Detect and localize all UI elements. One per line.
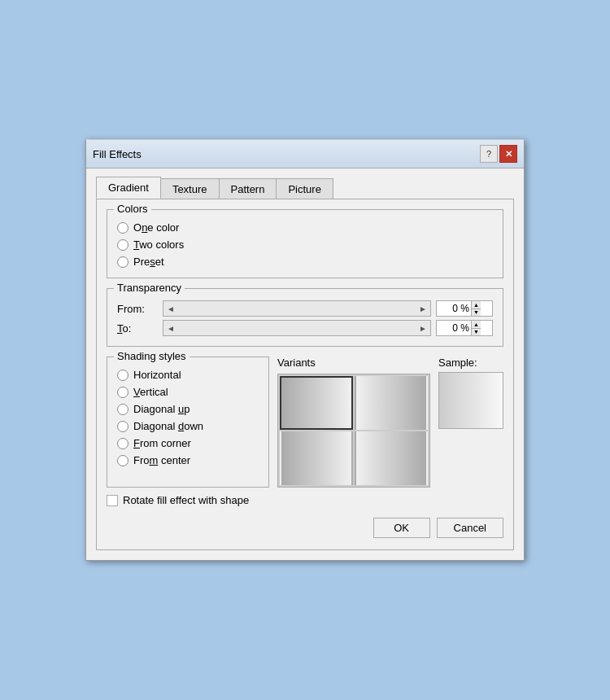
from-spinner-up[interactable]: ▲ <box>472 301 481 309</box>
radio-diagonal-down[interactable]: Diagonal down <box>117 420 259 432</box>
radio-horizontal[interactable]: Horizontal <box>117 369 259 381</box>
tab-picture[interactable]: Picture <box>276 178 333 200</box>
tab-gradient[interactable]: Gradient <box>96 177 161 199</box>
radio-diagonal-down-label: Diagonal down <box>133 420 203 432</box>
title-bar-buttons: ? ✕ <box>480 145 517 163</box>
from-spinner-input[interactable] <box>437 301 471 316</box>
radio-from-corner-circle <box>117 438 129 449</box>
tab-pattern[interactable]: Pattern <box>219 178 277 200</box>
to-slider-left-arrow[interactable]: ◄ <box>167 324 175 333</box>
radio-one-color[interactable]: One color <box>117 221 493 234</box>
to-spinner-up[interactable]: ▲ <box>472 321 481 329</box>
sample-preview <box>438 372 503 429</box>
ok-button[interactable]: OK <box>373 518 430 538</box>
radio-vertical-label: Vertical <box>133 386 168 398</box>
radio-preset-circle <box>117 256 129 268</box>
dialog-title: Fill Effects <box>93 148 142 160</box>
radio-from-corner-label: From corner <box>133 437 191 449</box>
radio-from-corner[interactable]: From corner <box>117 437 259 449</box>
radio-preset[interactable]: Preset <box>117 256 493 268</box>
from-slider[interactable]: ◄ ► <box>163 300 431 317</box>
to-spinner[interactable]: ▲ ▼ <box>436 320 493 336</box>
to-spinner-input[interactable] <box>437 321 471 335</box>
dialog-footer: OK Cancel <box>107 514 503 540</box>
radio-horizontal-circle <box>117 370 129 381</box>
variants-label: Variants <box>277 357 316 369</box>
colors-radio-group: One color Two colors Preset <box>117 221 493 268</box>
variants-grid <box>277 374 430 488</box>
to-label: To: <box>117 322 158 335</box>
variant-cell-2[interactable] <box>355 376 428 430</box>
from-spinner-arrows: ▲ ▼ <box>471 301 481 316</box>
radio-two-colors[interactable]: Two colors <box>117 238 493 251</box>
radio-from-center-label: From center <box>133 454 190 466</box>
dialog-content: Gradient Texture Pattern Picture Colors … <box>86 168 524 560</box>
tab-content-gradient: Colors One color Two colors Preset <box>96 199 514 550</box>
title-bar: Fill Effects ? ✕ <box>86 140 524 168</box>
transparency-to-row: To: ◄ ► ▲ ▼ <box>117 320 493 336</box>
radio-vertical[interactable]: Vertical <box>117 386 259 398</box>
from-spinner-down[interactable]: ▼ <box>472 309 481 317</box>
from-spinner[interactable]: ▲ ▼ <box>436 300 493 317</box>
cancel-button[interactable]: Cancel <box>437 518 503 538</box>
colors-group: Colors One color Two colors Preset <box>107 209 503 278</box>
tab-texture[interactable]: Texture <box>160 178 220 200</box>
to-slider-right-arrow[interactable]: ► <box>419 324 427 333</box>
radio-preset-label: Preset <box>133 256 164 268</box>
shading-radio-group: Horizontal Vertical Diagonal up Dia <box>117 369 259 466</box>
from-slider-left-arrow[interactable]: ◄ <box>167 304 175 313</box>
radio-diagonal-up-label: Diagonal up <box>133 403 190 415</box>
transparency-group: Transparency From: ◄ ► ▲ ▼ <box>107 288 503 347</box>
help-button[interactable]: ? <box>480 145 498 163</box>
tab-bar: Gradient Texture Pattern Picture <box>96 177 514 199</box>
to-spinner-down[interactable]: ▼ <box>472 329 481 336</box>
transparency-group-label: Transparency <box>114 282 185 294</box>
bottom-section: Shading styles Horizontal Vertical Di <box>107 357 503 488</box>
radio-diagonal-up-circle <box>117 404 129 415</box>
variant-cell-4[interactable] <box>355 431 428 485</box>
sample-label: Sample: <box>438 357 477 369</box>
radio-two-colors-label: Two colors <box>133 238 184 251</box>
rotate-checkbox-row[interactable]: Rotate fill effect with shape <box>107 494 503 506</box>
to-spinner-arrows: ▲ ▼ <box>471 321 481 335</box>
variant-cell-3[interactable] <box>280 431 353 485</box>
variant-cell-1[interactable] <box>280 376 353 430</box>
radio-vertical-circle <box>117 387 129 398</box>
radio-from-center[interactable]: From center <box>117 454 259 466</box>
rotate-checkbox[interactable] <box>107 495 118 506</box>
radio-one-color-circle <box>117 222 129 234</box>
to-slider[interactable]: ◄ ► <box>163 320 431 336</box>
close-button[interactable]: ✕ <box>499 145 517 163</box>
shading-group-label: Shading styles <box>114 350 190 362</box>
rotate-checkbox-label: Rotate fill effect with shape <box>123 494 249 506</box>
sample-section: Sample: <box>438 357 512 488</box>
radio-diagonal-up[interactable]: Diagonal up <box>117 403 259 415</box>
radio-horizontal-label: Horizontal <box>133 369 181 381</box>
transparency-from-row: From: ◄ ► ▲ ▼ <box>117 300 493 317</box>
colors-group-label: Colors <box>114 203 151 215</box>
shading-group: Shading styles Horizontal Vertical Di <box>107 357 269 488</box>
radio-two-colors-circle <box>117 239 129 251</box>
fill-effects-dialog: Fill Effects ? ✕ Gradient Texture Patter… <box>85 139 525 561</box>
from-slider-right-arrow[interactable]: ► <box>419 304 427 313</box>
variants-section: Variants <box>277 357 430 488</box>
radio-one-color-label: One color <box>133 221 179 234</box>
from-label: From: <box>117 303 158 315</box>
radio-from-center-circle <box>117 455 129 466</box>
radio-diagonal-down-circle <box>117 421 129 432</box>
